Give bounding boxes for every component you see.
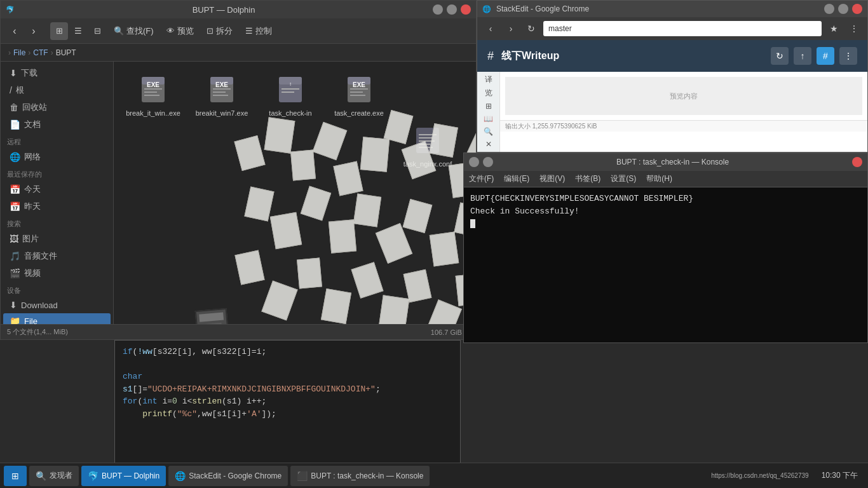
konsole-menu-view[interactable]: 视图(V): [539, 173, 565, 184]
sidebar-item-root[interactable]: / 根: [3, 82, 111, 98]
konsole-taskbar-icon: ⬛: [297, 471, 308, 481]
minimize-button[interactable]: [433, 4, 443, 15]
taskbar-item-dolphin[interactable]: 🐬 BUPT — Dolphin: [81, 466, 166, 486]
sidebar-item-today[interactable]: 📅 今天: [3, 181, 111, 198]
taskbar-item-konsole[interactable]: ⬛ BUPT : task_check-in — Konsole: [290, 466, 430, 486]
control-button[interactable]: ☰ 控制: [240, 23, 277, 39]
browser-more-button[interactable]: ⋮: [846, 20, 862, 37]
split-button[interactable]: ⊡ 拆分: [201, 23, 238, 39]
sidebar-item-docs[interactable]: 📄 文档: [3, 116, 111, 133]
se-sync-icon[interactable]: ↻: [771, 47, 789, 65]
today-icon: 📅: [10, 184, 20, 194]
sidebar-item-audio[interactable]: 🎵 音频文件: [3, 248, 111, 264]
file-item[interactable]: EXE breakit_win7.exe: [190, 69, 254, 172]
sidebar-item-trash[interactable]: 🗑 回收站: [3, 99, 111, 116]
se-edit-log-btn[interactable]: ⊞: [480, 101, 498, 111]
stackedit-body: 译 览 ⊞ 📖 🔍 ✕ 预览内容 输出大小 1,255.9775390625 K…: [477, 72, 867, 152]
konsole-min-button[interactable]: [469, 157, 479, 167]
icon-view-button[interactable]: ⊞: [50, 22, 68, 40]
stackedit-side-toolbar: 译 览 ⊞ 📖 🔍 ✕: [477, 72, 500, 152]
breadcrumb-bupt[interactable]: BUPT: [56, 48, 76, 57]
list-view-button[interactable]: ☰: [69, 22, 87, 40]
file-name: task_check-in: [269, 109, 311, 118]
konsole-menu-edit[interactable]: 编辑(E): [504, 173, 529, 184]
konsole-content[interactable]: BUPT{CHECKINVERYSIMPLESOEASYCANNOT BESIM…: [464, 187, 867, 342]
url-preview: https://blog.csdn.net/qq_45262739: [711, 472, 808, 479]
se-translate-btn[interactable]: 译: [480, 74, 498, 85]
sidebar-item-video[interactable]: 🎬 视频: [3, 265, 111, 281]
konsole-menu-file[interactable]: 文件(F): [469, 173, 494, 184]
dolphin-title: BUPT — Dolphin: [15, 5, 433, 15]
browser-bookmark-button[interactable]: ★: [825, 20, 842, 37]
browser-reload-button[interactable]: ↻: [523, 20, 539, 37]
taskbar-item-finder[interactable]: 🔍 发现者: [29, 466, 79, 486]
control-icon: ☰: [245, 26, 253, 36]
nav-buttons: ‹ ›: [6, 22, 43, 40]
sidebar-item-file-device[interactable]: 📁 File: [3, 313, 111, 324]
code-line-6: printf("%c",ww[s1[i]+'A']);: [123, 408, 452, 421]
konsole-max-button[interactable]: [483, 157, 493, 167]
sidebar-item-yesterday[interactable]: 📅 昨天: [3, 198, 111, 215]
terminal-output-line-2: Check in Successfully!: [470, 205, 861, 218]
se-read-btn[interactable]: 📖: [480, 114, 498, 124]
sidebar-item-images[interactable]: 🖼 图片: [3, 231, 111, 247]
se-search-btn[interactable]: 🔍: [480, 126, 498, 137]
compact-view-button[interactable]: ⊟: [88, 22, 106, 40]
stackedit-logo: #: [487, 50, 494, 63]
se-more-icon[interactable]: ⋮: [839, 47, 857, 65]
dolphin-titlebar: 🐬 BUPT — Dolphin: [1, 1, 476, 18]
close-button[interactable]: [461, 4, 471, 15]
taskbar-item-chrome[interactable]: 🌐 StackEdit - Google Chrome: [168, 466, 288, 486]
sidebar-item-dl-device[interactable]: ⬇ Download: [3, 297, 111, 313]
browser-back-button[interactable]: ‹: [482, 20, 499, 37]
se-close-btn[interactable]: ✕: [480, 139, 498, 149]
sidebar-section-devices: 设备: [1, 282, 113, 297]
se-browse-btn[interactable]: 览: [480, 88, 498, 98]
sidebar-item-download[interactable]: ⬇ 下载: [3, 65, 111, 81]
maximize-button[interactable]: [447, 4, 457, 15]
file-item[interactable]: EXE task_create.exe: [327, 69, 391, 172]
start-button[interactable]: ⊞: [4, 466, 27, 486]
back-button[interactable]: ‹: [6, 22, 24, 40]
file-item[interactable]: task_nginx.conf: [396, 120, 459, 172]
breadcrumb: › File › CTF › BUPT: [1, 44, 476, 62]
code-line-5: for(int i=0 i<strlen(s1) i++;: [123, 395, 452, 408]
dolphin-toolbar: ‹ › ⊞ ☰ ⊟ 🔍 查找(F) 👁 预览 ⊡ 拆分 ☰ 控制: [1, 18, 476, 44]
konsole-menu-bookmark[interactable]: 书签(B): [575, 173, 600, 184]
konsole-close-button[interactable]: [852, 157, 862, 167]
se-hash-icon[interactable]: #: [817, 47, 834, 65]
konsole-menu-settings[interactable]: 设置(S): [611, 173, 636, 184]
terminal-output-line-1: BUPT{CHECKINVERYSIMPLESOEASYCANNOT BESIM…: [470, 193, 861, 205]
sidebar-item-network[interactable]: 🌐 网络: [3, 149, 111, 165]
konsole-menu: 文件(F) 编辑(E) 视图(V) 书签(B) 设置(S) 帮助(H): [464, 171, 867, 187]
se-output-info: 输出大小 1,255.9775390625 KiB: [500, 120, 867, 132]
search-button[interactable]: 🔍 查找(F): [109, 23, 159, 39]
browser-forward-button[interactable]: ›: [503, 20, 519, 37]
yesterday-icon: 📅: [10, 201, 20, 212]
exe-icon-4: EXE: [342, 73, 376, 106]
svg-rect-24: [419, 134, 437, 135]
browser-url-bar[interactable]: master: [543, 21, 822, 36]
file-item[interactable]: EXE break_it_win..exe: [121, 69, 185, 172]
svg-rect-28: [419, 147, 433, 148]
preview-button[interactable]: 👁 预览: [161, 23, 199, 39]
browser-max-button[interactable]: [838, 4, 848, 14]
breadcrumb-file[interactable]: File: [13, 48, 25, 57]
file-name: task_create.exe: [334, 109, 384, 118]
dolphin-taskbar-icon: 🐬: [88, 471, 98, 481]
browser-toolbar: ‹ › ↻ master ★ ⋮: [477, 17, 867, 40]
dolphin-content-area: EXE break_it_win..exe EXE: [114, 62, 476, 324]
konsole-menu-help[interactable]: 帮助(H): [646, 173, 672, 184]
konsole-titlebar: BUPT : task_check-in — Konsole: [464, 153, 867, 171]
code-content[interactable]: if(!ww[s322[i], ww[s322[i]=i; char s1[]=…: [115, 341, 460, 425]
breadcrumb-ctf[interactable]: CTF: [33, 48, 48, 57]
forward-button[interactable]: ›: [25, 22, 43, 40]
file-grid: EXE break_it_win..exe EXE: [114, 62, 476, 180]
browser-min-button[interactable]: [824, 4, 834, 14]
file-item[interactable]: ! task_check-in: [259, 69, 322, 172]
se-upload-icon[interactable]: ↑: [794, 47, 811, 65]
browser-close-button[interactable]: [852, 4, 862, 14]
trash-icon: 🗑: [10, 102, 18, 112]
konsole-window: BUPT : task_check-in — Konsole 文件(F) 编辑(…: [463, 152, 868, 343]
stackedit-title: 线下Writeup: [501, 50, 559, 63]
